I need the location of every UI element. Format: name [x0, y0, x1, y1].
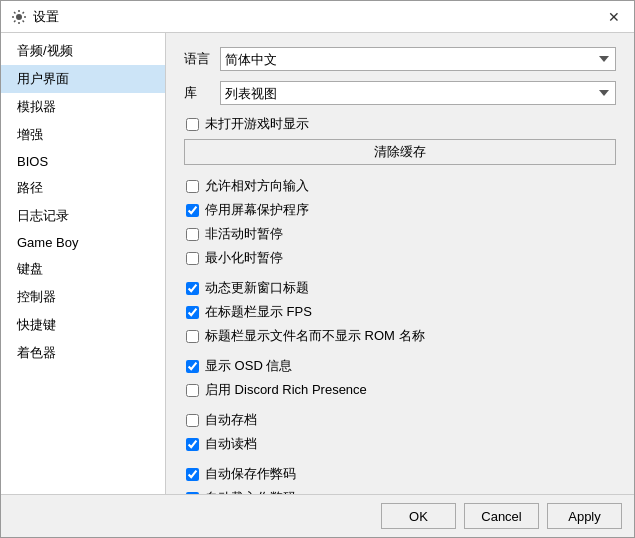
- apply-button[interactable]: Apply: [547, 503, 622, 529]
- save-cheats-checkbox[interactable]: [186, 468, 199, 481]
- disable-screensaver-checkbox[interactable]: [186, 204, 199, 217]
- main-panel: 语言 简体中文 库 列表视图 未打开游戏时显示 清除缓存: [166, 33, 634, 494]
- svg-point-0: [16, 14, 22, 20]
- show-unplayed-checkbox[interactable]: [186, 118, 199, 131]
- sidebar-item[interactable]: 模拟器: [1, 93, 165, 121]
- language-select[interactable]: 简体中文: [220, 47, 616, 71]
- sidebar-item[interactable]: 增强: [1, 121, 165, 149]
- sidebar-item[interactable]: 音频/视频: [1, 37, 165, 65]
- sidebar-item[interactable]: BIOS: [1, 149, 165, 174]
- pause-inactive-row: 非活动时暂停: [186, 225, 616, 243]
- allow-relative-row: 允许相对方向输入: [186, 177, 616, 195]
- auto-save-row: 自动存档: [186, 411, 616, 429]
- library-row: 库 列表视图: [184, 81, 616, 105]
- show-filename-checkbox[interactable]: [186, 330, 199, 343]
- sidebar-item[interactable]: Game Boy: [1, 230, 165, 255]
- section-title: 动态更新窗口标题 在标题栏显示 FPS 标题栏显示文件名而不显示 ROM 名称: [184, 279, 616, 345]
- pause-inactive-label[interactable]: 非活动时暂停: [205, 225, 283, 243]
- dynamic-title-row: 动态更新窗口标题: [186, 279, 616, 297]
- language-row: 语言 简体中文: [184, 47, 616, 71]
- show-fps-row: 在标题栏显示 FPS: [186, 303, 616, 321]
- section-input: 允许相对方向输入 停用屏幕保护程序 非活动时暂停 最小化时暂停: [184, 177, 616, 267]
- auto-save-checkbox[interactable]: [186, 414, 199, 427]
- discord-rpc-checkbox[interactable]: [186, 384, 199, 397]
- auto-load-label[interactable]: 自动读档: [205, 435, 257, 453]
- clear-cache-button[interactable]: 清除缓存: [184, 139, 616, 165]
- pause-minimize-label[interactable]: 最小化时暂停: [205, 249, 283, 267]
- content-area: 音频/视频用户界面模拟器增强BIOS路径日志记录Game Boy键盘控制器快捷键…: [1, 33, 634, 494]
- show-osd-label[interactable]: 显示 OSD 信息: [205, 357, 292, 375]
- sidebar-item[interactable]: 用户界面: [1, 65, 165, 93]
- language-label: 语言: [184, 50, 212, 68]
- show-unplayed-label[interactable]: 未打开游戏时显示: [205, 115, 309, 133]
- dynamic-title-checkbox[interactable]: [186, 282, 199, 295]
- title-bar-left: 设置: [11, 8, 59, 26]
- auto-save-label[interactable]: 自动存档: [205, 411, 257, 429]
- library-select[interactable]: 列表视图: [220, 81, 616, 105]
- show-osd-checkbox[interactable]: [186, 360, 199, 373]
- settings-icon: [11, 9, 27, 25]
- allow-relative-checkbox[interactable]: [186, 180, 199, 193]
- show-fps-label[interactable]: 在标题栏显示 FPS: [205, 303, 312, 321]
- show-unplayed-row: 未打开游戏时显示: [186, 115, 616, 133]
- library-label: 库: [184, 84, 212, 102]
- show-osd-row: 显示 OSD 信息: [186, 357, 616, 375]
- show-filename-row: 标题栏显示文件名而不显示 ROM 名称: [186, 327, 616, 345]
- pause-minimize-checkbox[interactable]: [186, 252, 199, 265]
- pause-minimize-row: 最小化时暂停: [186, 249, 616, 267]
- pause-inactive-checkbox[interactable]: [186, 228, 199, 241]
- sidebar-item[interactable]: 控制器: [1, 283, 165, 311]
- save-cheats-row: 自动保存作弊码: [186, 465, 616, 483]
- sidebar-item[interactable]: 着色器: [1, 339, 165, 367]
- section-cheats: 自动保存作弊码 自动载入作弊码: [184, 465, 616, 494]
- sidebar: 音频/视频用户界面模拟器增强BIOS路径日志记录Game Boy键盘控制器快捷键…: [1, 33, 166, 494]
- settings-dialog: 设置 ✕ 音频/视频用户界面模拟器增强BIOS路径日志记录Game Boy键盘控…: [0, 0, 635, 538]
- dynamic-title-label[interactable]: 动态更新窗口标题: [205, 279, 309, 297]
- auto-load-checkbox[interactable]: [186, 438, 199, 451]
- show-filename-label[interactable]: 标题栏显示文件名而不显示 ROM 名称: [205, 327, 425, 345]
- section-save: 自动存档 自动读档: [184, 411, 616, 453]
- close-button[interactable]: ✕: [604, 7, 624, 27]
- section-osd: 显示 OSD 信息 启用 Discord Rich Presence: [184, 357, 616, 399]
- auto-load-row: 自动读档: [186, 435, 616, 453]
- sidebar-item[interactable]: 路径: [1, 174, 165, 202]
- discord-rpc-label[interactable]: 启用 Discord Rich Presence: [205, 381, 367, 399]
- disable-screensaver-label[interactable]: 停用屏幕保护程序: [205, 201, 309, 219]
- allow-relative-label[interactable]: 允许相对方向输入: [205, 177, 309, 195]
- discord-rpc-row: 启用 Discord Rich Presence: [186, 381, 616, 399]
- title-bar: 设置 ✕: [1, 1, 634, 33]
- cancel-button[interactable]: Cancel: [464, 503, 539, 529]
- bottom-bar: OK Cancel Apply: [1, 494, 634, 537]
- show-fps-checkbox[interactable]: [186, 306, 199, 319]
- sidebar-item[interactable]: 快捷键: [1, 311, 165, 339]
- disable-screensaver-row: 停用屏幕保护程序: [186, 201, 616, 219]
- dialog-title: 设置: [33, 8, 59, 26]
- sidebar-item[interactable]: 键盘: [1, 255, 165, 283]
- sidebar-item[interactable]: 日志记录: [1, 202, 165, 230]
- save-cheats-label[interactable]: 自动保存作弊码: [205, 465, 296, 483]
- ok-button[interactable]: OK: [381, 503, 456, 529]
